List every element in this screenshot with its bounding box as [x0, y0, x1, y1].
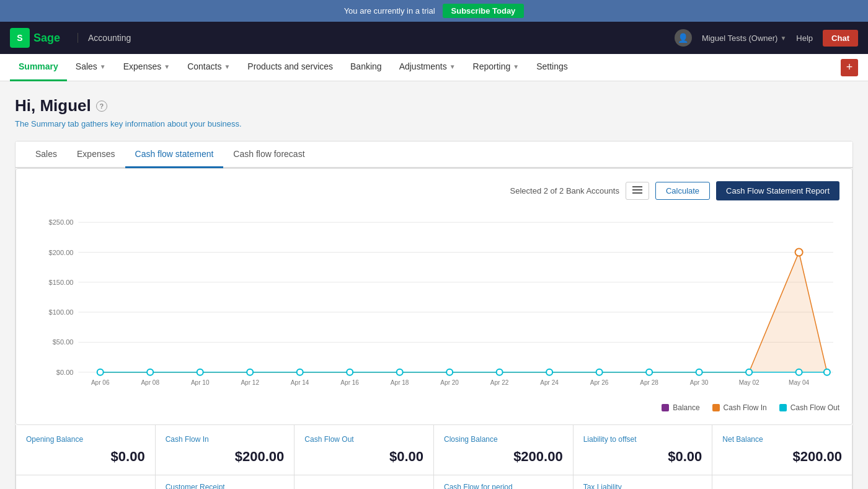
svg-text:Apr 08: Apr 08: [141, 379, 159, 386]
net-balance-label: Net Balance: [722, 435, 842, 444]
legend-cash-flow-out: Cash Flow Out: [779, 403, 839, 412]
svg-text:Apr 24: Apr 24: [540, 379, 559, 386]
legend-balance: Balance: [662, 403, 699, 412]
balance-legend-label: Balance: [673, 403, 699, 412]
svg-text:Apr 12: Apr 12: [241, 379, 259, 386]
bank-accounts-text: Selected 2 of 2 Bank Accounts: [510, 186, 619, 195]
add-button[interactable]: +: [841, 59, 858, 76]
svg-point-38: [446, 369, 453, 375]
cash-flow-out-legend-dot: [779, 404, 787, 411]
nav-item-contacts[interactable]: Contacts ▼: [179, 54, 239, 81]
nav-item-expenses[interactable]: Expenses ▼: [115, 54, 179, 81]
svg-point-45: [796, 369, 802, 375]
svg-text:$200.00: $200.00: [49, 249, 74, 256]
svg-point-36: [347, 369, 353, 375]
top-nav: S Sage Accounting 👤 Miguel Tests (Owner)…: [0, 22, 868, 54]
svg-point-40: [546, 369, 552, 375]
top-nav-right: 👤 Miguel Tests (Owner) ▼ Help Chat: [675, 29, 858, 47]
svg-point-42: [646, 369, 652, 375]
main-nav-right: +: [841, 59, 858, 76]
help-link[interactable]: Help: [796, 34, 813, 43]
tab-area: Sales Expenses Cash flow statement Cash …: [15, 141, 853, 489]
liability-offset-value: $0.00: [583, 449, 702, 465]
greeting-help-icon[interactable]: ?: [96, 101, 107, 112]
balance-legend-dot: [662, 404, 669, 411]
cash-flow-report-button[interactable]: Cash Flow Statement Report: [716, 181, 839, 200]
svg-text:Apr 18: Apr 18: [391, 379, 409, 386]
cash-flow-in-legend-dot: [712, 404, 720, 411]
tab-sales[interactable]: Sales: [25, 141, 67, 168]
card-liability-offset: Liability to offset $0.00: [574, 425, 713, 475]
svg-text:Apr 26: Apr 26: [590, 379, 609, 386]
sage-logo: S Sage: [10, 28, 60, 48]
customer-receipt-label: Customer Receipt: [166, 483, 285, 489]
sage-logo-text: Sage: [33, 32, 60, 45]
svg-point-43: [696, 369, 702, 375]
cash-flow-in-value: $200.00: [166, 449, 285, 465]
nav-item-adjustments[interactable]: Adjustments ▼: [391, 54, 464, 81]
page-content: Hi, Miguel ? The Summary tab gathers key…: [0, 81, 868, 489]
sub-card-5: [712, 475, 852, 489]
tab-cash-flow-forecast[interactable]: Cash flow forecast: [223, 141, 314, 168]
svg-point-32: [147, 369, 153, 375]
nav-item-sales[interactable]: Sales ▼: [67, 54, 115, 81]
user-dropdown-arrow: ▼: [780, 35, 786, 42]
contacts-dropdown-arrow: ▼: [224, 63, 230, 70]
calculate-button[interactable]: Calculate: [655, 182, 710, 200]
sales-dropdown-arrow: ▼: [100, 63, 106, 70]
svg-text:$100.00: $100.00: [49, 308, 74, 316]
nav-item-banking[interactable]: Banking: [342, 54, 391, 81]
filter-button[interactable]: [626, 182, 649, 200]
tax-liability-label: Tax Liability: [583, 483, 702, 489]
card-closing-balance: Closing Balance $200.00: [434, 425, 574, 475]
page-subtitle: The Summary tab gathers key information …: [15, 119, 853, 128]
svg-point-47: [795, 248, 803, 256]
svg-point-41: [596, 369, 603, 375]
sub-card-customer-receipt: Customer Receipt $200.00: [156, 475, 295, 489]
subscribe-button[interactable]: Subscribe Today: [443, 4, 525, 18]
tab-cash-flow-statement[interactable]: Cash flow statement: [125, 141, 224, 168]
svg-point-39: [497, 369, 503, 375]
card-net-balance: Net Balance $200.00: [712, 425, 852, 475]
svg-rect-1: [632, 189, 642, 191]
svg-text:$0.00: $0.00: [56, 369, 74, 376]
svg-text:$150.00: $150.00: [49, 279, 74, 286]
nav-item-summary[interactable]: Summary: [10, 54, 67, 81]
cash-flow-in-legend-label: Cash Flow In: [724, 403, 767, 412]
chat-button[interactable]: Chat: [823, 30, 858, 47]
opening-balance-value: $0.00: [26, 449, 145, 465]
sub-card-tax-liability: Tax Liability $0.00: [574, 475, 713, 489]
svg-text:Apr 10: Apr 10: [191, 379, 210, 386]
svg-rect-2: [632, 192, 642, 194]
svg-text:May 04: May 04: [789, 379, 809, 386]
svg-text:May 02: May 02: [739, 379, 760, 386]
reporting-dropdown-arrow: ▼: [513, 63, 519, 70]
chart-svg: $250.00 $200.00 $150.00 $100.00 $50.00 $…: [29, 210, 839, 397]
nav-item-products[interactable]: Products and services: [239, 54, 342, 81]
tab-expenses[interactable]: Expenses: [67, 141, 125, 168]
main-nav: Summary Sales ▼ Expenses ▼ Contacts ▼ Pr…: [0, 54, 868, 81]
cash-flow-in-label: Cash Flow In: [166, 435, 285, 444]
cash-flow-period-label: Cash Flow for period: [444, 483, 563, 489]
nav-item-reporting[interactable]: Reporting ▼: [464, 54, 528, 81]
svg-rect-0: [632, 186, 642, 187]
card-opening-balance: Opening Balance $0.00: [16, 425, 156, 475]
svg-text:Apr 06: Apr 06: [91, 379, 110, 386]
trial-text: You are currently in a trial: [344, 6, 435, 16]
svg-point-31: [97, 369, 104, 375]
chart-container: $250.00 $200.00 $150.00 $100.00 $50.00 $…: [29, 210, 839, 398]
chart-section: Selected 2 of 2 Bank Accounts Calculate …: [16, 168, 852, 425]
nav-item-settings[interactable]: Settings: [528, 54, 577, 81]
user-info[interactable]: Miguel Tests (Owner) ▼: [702, 34, 786, 43]
svg-text:Apr 14: Apr 14: [291, 379, 309, 386]
closing-balance-label: Closing Balance: [444, 435, 563, 444]
summary-cards: Opening Balance $0.00 Cash Flow In $200.…: [16, 425, 852, 475]
user-avatar-icon[interactable]: 👤: [675, 29, 692, 47]
cash-flow-out-label: Cash Flow Out: [304, 435, 423, 444]
sub-card-2: [294, 475, 434, 489]
user-label: Miguel Tests (Owner): [702, 34, 778, 43]
cash-flow-out-legend-label: Cash Flow Out: [790, 403, 839, 412]
svg-point-35: [297, 369, 303, 375]
chart-controls: Selected 2 of 2 Bank Accounts Calculate …: [29, 181, 839, 200]
expenses-dropdown-arrow: ▼: [164, 63, 170, 70]
